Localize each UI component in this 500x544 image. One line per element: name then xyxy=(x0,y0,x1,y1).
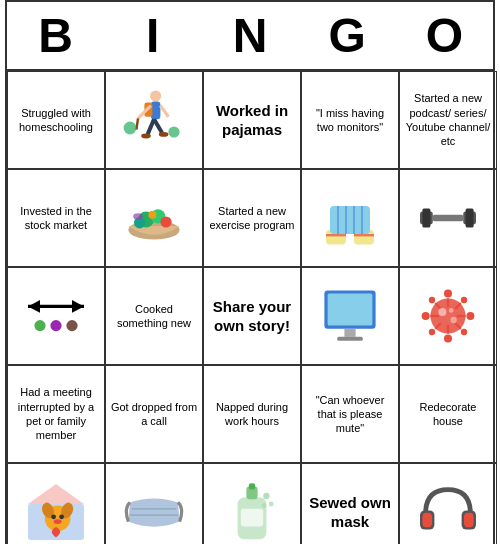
svg-point-38 xyxy=(66,320,77,331)
svg-marker-64 xyxy=(28,484,84,504)
bingo-letter-n: N xyxy=(201,2,298,71)
cell-r1c0: Invested in the stock market xyxy=(7,169,105,267)
cell-r1c4 xyxy=(399,169,497,267)
cell-text-r3c2: Napped during work hours xyxy=(208,400,296,429)
cell-r4c0 xyxy=(7,463,105,544)
cell-text-r3c1: Got dropped from a call xyxy=(110,400,198,429)
cell-r0c0: Struggled with homeschooling xyxy=(7,71,105,169)
svg-point-44 xyxy=(444,290,452,298)
svg-point-60 xyxy=(438,308,446,316)
svg-rect-83 xyxy=(464,513,474,527)
cell-text-r0c3: "I miss having two monitors" xyxy=(306,106,394,135)
bingo-letter-g: G xyxy=(299,2,396,71)
cell-text-r0c2: Worked in pajamas xyxy=(208,101,296,140)
svg-point-48 xyxy=(429,297,435,303)
cell-r2c0 xyxy=(7,267,105,365)
cell-text-r3c3: "Can whoever that is please mute" xyxy=(306,393,394,436)
cell-r2c4 xyxy=(399,267,497,365)
cell-r4c4 xyxy=(399,463,497,544)
cell-r3c4: Redecorate house xyxy=(399,365,497,463)
bingo-letter-b: B xyxy=(7,2,104,71)
cell-text-r2c1: Cooked something new xyxy=(110,302,198,331)
cell-r3c3: "Can whoever that is please mute" xyxy=(301,365,399,463)
cell-r0c1 xyxy=(105,71,203,169)
svg-marker-35 xyxy=(28,300,40,313)
svg-point-36 xyxy=(34,320,45,331)
svg-point-47 xyxy=(466,312,474,320)
cell-r3c2: Napped during work hours xyxy=(203,365,301,463)
svg-rect-22 xyxy=(354,234,374,236)
salad-icon xyxy=(122,186,186,250)
bingo-card: BINGO Struggled with homeschooling Worke… xyxy=(5,0,495,544)
cell-r4c3: Sewed own mask xyxy=(301,463,399,544)
svg-point-45 xyxy=(444,334,452,342)
svg-point-61 xyxy=(450,317,456,323)
svg-rect-82 xyxy=(422,513,432,527)
svg-point-10 xyxy=(124,122,137,135)
sanitizer-icon xyxy=(220,480,284,544)
svg-rect-21 xyxy=(326,234,346,236)
svg-point-0 xyxy=(150,90,161,101)
cell-r1c2: Started a new exercise program xyxy=(203,169,301,267)
dumbbell-icon xyxy=(416,186,480,250)
svg-rect-41 xyxy=(344,329,355,337)
svg-point-69 xyxy=(59,514,64,519)
bingo-header: BINGO xyxy=(7,2,493,71)
svg-rect-42 xyxy=(337,337,363,341)
svg-point-70 xyxy=(54,519,62,524)
svg-point-17 xyxy=(148,211,156,219)
svg-point-77 xyxy=(263,493,269,499)
svg-point-8 xyxy=(141,134,151,139)
cell-r4c1 xyxy=(105,463,203,544)
svg-point-49 xyxy=(461,297,467,303)
svg-rect-76 xyxy=(249,483,255,489)
cell-text-r1c2: Started a new exercise program xyxy=(208,204,296,233)
mask-icon xyxy=(122,480,186,544)
cell-text-r4c3: Sewed own mask xyxy=(306,493,394,532)
cell-text-r0c0: Struggled with homeschooling xyxy=(12,106,100,135)
cell-r2c2: Share your own story! xyxy=(203,267,301,365)
bingo-grid: Struggled with homeschooling Worked in p… xyxy=(7,71,493,544)
monitor-icon xyxy=(318,284,382,348)
svg-point-50 xyxy=(429,329,435,335)
cell-text-r3c0: Had a meeting interrupted by a pet or fa… xyxy=(12,385,100,442)
svg-marker-34 xyxy=(72,300,84,313)
bingo-letter-o: O xyxy=(396,2,493,71)
cell-r1c1 xyxy=(105,169,203,267)
svg-point-18 xyxy=(133,213,143,219)
svg-line-5 xyxy=(160,106,168,117)
cell-text-r0c4: Started a new podcast/ series/ Youtube c… xyxy=(404,91,492,148)
svg-point-9 xyxy=(159,132,169,137)
svg-point-37 xyxy=(50,320,61,331)
cell-r3c1: Got dropped from a call xyxy=(105,365,203,463)
dog-icon xyxy=(24,480,88,544)
cell-r2c3 xyxy=(301,267,399,365)
cell-r0c2: Worked in pajamas xyxy=(203,71,301,169)
svg-point-16 xyxy=(160,216,171,227)
svg-point-62 xyxy=(449,308,454,313)
cell-text-r2c2: Share your own story! xyxy=(208,297,296,336)
svg-rect-29 xyxy=(422,208,430,227)
svg-line-4 xyxy=(136,118,138,129)
svg-point-68 xyxy=(51,514,56,519)
svg-line-7 xyxy=(154,119,162,133)
cell-r0c4: Started a new podcast/ series/ Youtube c… xyxy=(399,71,497,169)
svg-rect-40 xyxy=(328,294,373,326)
svg-rect-23 xyxy=(330,206,370,234)
svg-point-11 xyxy=(168,126,179,137)
svg-rect-74 xyxy=(241,509,263,527)
cell-r2c1: Cooked something new xyxy=(105,267,203,365)
cell-r0c3: "I miss having two monitors" xyxy=(301,71,399,169)
svg-rect-32 xyxy=(433,215,463,221)
cell-r1c3 xyxy=(301,169,399,267)
bingo-letter-i: I xyxy=(104,2,201,71)
arrows-icon xyxy=(24,284,88,348)
svg-point-78 xyxy=(269,502,274,507)
virus-icon xyxy=(416,284,480,348)
cell-text-r1c0: Invested in the stock market xyxy=(12,204,100,233)
cell-r4c2 xyxy=(203,463,301,544)
headphones-icon xyxy=(416,480,480,544)
pajamas-icon xyxy=(318,186,382,250)
svg-point-51 xyxy=(461,329,467,335)
svg-rect-31 xyxy=(466,208,474,227)
